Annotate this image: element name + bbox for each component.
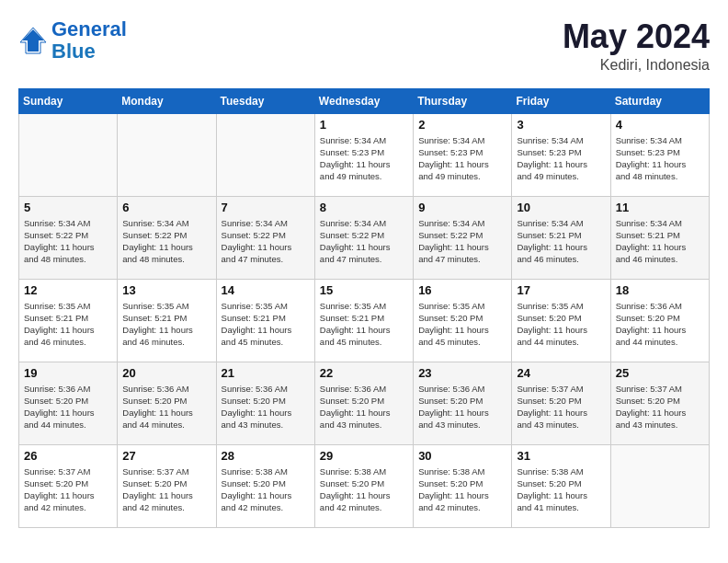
- day-info: Sunrise: 5:34 AM Sunset: 5:23 PM Dayligh…: [320, 134, 408, 183]
- day-number: 13: [122, 283, 210, 297]
- day-number: 14: [222, 283, 310, 297]
- column-header-friday: Friday: [512, 88, 610, 113]
- day-number: 17: [517, 283, 605, 297]
- calendar-table: SundayMondayTuesdayWednesdayThursdayFrid…: [18, 88, 710, 528]
- column-header-thursday: Thursday: [414, 88, 512, 113]
- day-info: Sunrise: 5:37 AM Sunset: 5:20 PM Dayligh…: [122, 465, 210, 514]
- day-number: 27: [122, 449, 210, 463]
- day-number: 7: [222, 201, 310, 214]
- calendar-cell: 14Sunrise: 5:35 AM Sunset: 5:21 PM Dayli…: [216, 279, 314, 362]
- column-header-tuesday: Tuesday: [216, 88, 314, 113]
- day-info: Sunrise: 5:35 AM Sunset: 5:21 PM Dayligh…: [122, 300, 210, 349]
- day-info: Sunrise: 5:34 AM Sunset: 5:21 PM Dayligh…: [517, 217, 605, 266]
- month-title: May 2024: [563, 18, 710, 55]
- calendar-cell: 16Sunrise: 5:35 AM Sunset: 5:20 PM Dayli…: [414, 279, 512, 362]
- calendar-cell: [610, 444, 709, 527]
- calendar-cell: [118, 113, 216, 196]
- calendar-cell: 25Sunrise: 5:37 AM Sunset: 5:20 PM Dayli…: [610, 362, 709, 444]
- week-row-1: 1Sunrise: 5:34 AM Sunset: 5:23 PM Daylig…: [19, 113, 710, 196]
- day-info: Sunrise: 5:34 AM Sunset: 5:23 PM Dayligh…: [517, 134, 605, 183]
- day-info: Sunrise: 5:35 AM Sunset: 5:20 PM Dayligh…: [418, 300, 506, 349]
- calendar-cell: 31Sunrise: 5:38 AM Sunset: 5:20 PM Dayli…: [512, 444, 610, 527]
- calendar-cell: 10Sunrise: 5:34 AM Sunset: 5:21 PM Dayli…: [512, 196, 610, 279]
- week-row-4: 19Sunrise: 5:36 AM Sunset: 5:20 PM Dayli…: [19, 362, 710, 444]
- calendar-cell: 22Sunrise: 5:36 AM Sunset: 5:20 PM Dayli…: [314, 362, 413, 444]
- calendar-cell: 20Sunrise: 5:36 AM Sunset: 5:20 PM Dayli…: [118, 362, 216, 444]
- calendar-cell: 15Sunrise: 5:35 AM Sunset: 5:21 PM Dayli…: [314, 279, 413, 362]
- calendar-cell: 21Sunrise: 5:36 AM Sunset: 5:20 PM Dayli…: [216, 362, 314, 444]
- day-number: 29: [320, 449, 408, 463]
- column-header-sunday: Sunday: [19, 88, 118, 113]
- calendar-cell: 6Sunrise: 5:34 AM Sunset: 5:22 PM Daylig…: [118, 196, 216, 279]
- day-info: Sunrise: 5:35 AM Sunset: 5:20 PM Dayligh…: [517, 300, 605, 349]
- day-number: 10: [517, 201, 605, 214]
- day-info: Sunrise: 5:35 AM Sunset: 5:21 PM Dayligh…: [222, 300, 310, 349]
- day-number: 24: [517, 366, 605, 380]
- calendar-cell: [19, 113, 118, 196]
- calendar-cell: 27Sunrise: 5:37 AM Sunset: 5:20 PM Dayli…: [118, 444, 216, 527]
- calendar-cell: 2Sunrise: 5:34 AM Sunset: 5:23 PM Daylig…: [414, 113, 512, 196]
- day-info: Sunrise: 5:34 AM Sunset: 5:22 PM Dayligh…: [222, 217, 310, 266]
- day-info: Sunrise: 5:34 AM Sunset: 5:23 PM Dayligh…: [418, 134, 506, 183]
- calendar-body: 1Sunrise: 5:34 AM Sunset: 5:23 PM Daylig…: [19, 113, 710, 527]
- title-block: May 2024 Kediri, Indonesia: [563, 18, 710, 74]
- week-row-2: 5Sunrise: 5:34 AM Sunset: 5:22 PM Daylig…: [19, 196, 710, 279]
- day-number: 6: [122, 201, 210, 214]
- column-header-monday: Monday: [118, 88, 216, 113]
- day-info: Sunrise: 5:38 AM Sunset: 5:20 PM Dayligh…: [418, 465, 506, 514]
- day-number: 12: [24, 283, 112, 297]
- calendar-cell: 1Sunrise: 5:34 AM Sunset: 5:23 PM Daylig…: [314, 113, 413, 196]
- day-number: 16: [418, 283, 506, 297]
- day-number: 5: [24, 201, 112, 214]
- calendar-cell: 4Sunrise: 5:34 AM Sunset: 5:23 PM Daylig…: [610, 113, 709, 196]
- day-info: Sunrise: 5:36 AM Sunset: 5:20 PM Dayligh…: [616, 300, 704, 349]
- day-number: 18: [616, 283, 704, 297]
- calendar-cell: 28Sunrise: 5:38 AM Sunset: 5:20 PM Dayli…: [216, 444, 314, 527]
- calendar-cell: 13Sunrise: 5:35 AM Sunset: 5:21 PM Dayli…: [118, 279, 216, 362]
- day-info: Sunrise: 5:37 AM Sunset: 5:20 PM Dayligh…: [517, 383, 605, 431]
- day-info: Sunrise: 5:35 AM Sunset: 5:21 PM Dayligh…: [24, 300, 112, 349]
- day-info: Sunrise: 5:36 AM Sunset: 5:20 PM Dayligh…: [320, 383, 408, 431]
- calendar-cell: 17Sunrise: 5:35 AM Sunset: 5:20 PM Dayli…: [512, 279, 610, 362]
- calendar-cell: 3Sunrise: 5:34 AM Sunset: 5:23 PM Daylig…: [512, 113, 610, 196]
- day-number: 28: [222, 449, 310, 463]
- calendar-cell: 19Sunrise: 5:36 AM Sunset: 5:20 PM Dayli…: [19, 362, 118, 444]
- calendar-cell: 29Sunrise: 5:38 AM Sunset: 5:20 PM Dayli…: [314, 444, 413, 527]
- logo-icon: [18, 26, 48, 55]
- logo: GeneralBlue: [18, 18, 127, 63]
- calendar-cell: 26Sunrise: 5:37 AM Sunset: 5:20 PM Dayli…: [19, 444, 118, 527]
- day-number: 21: [222, 366, 310, 380]
- calendar-cell: 18Sunrise: 5:36 AM Sunset: 5:20 PM Dayli…: [610, 279, 709, 362]
- day-number: 15: [320, 283, 408, 297]
- day-info: Sunrise: 5:34 AM Sunset: 5:22 PM Dayligh…: [122, 217, 210, 266]
- logo-text: GeneralBlue: [51, 18, 127, 63]
- day-number: 19: [24, 366, 112, 380]
- day-info: Sunrise: 5:37 AM Sunset: 5:20 PM Dayligh…: [616, 383, 704, 431]
- calendar-header-row: SundayMondayTuesdayWednesdayThursdayFrid…: [19, 88, 710, 113]
- calendar-cell: 12Sunrise: 5:35 AM Sunset: 5:21 PM Dayli…: [19, 279, 118, 362]
- column-header-wednesday: Wednesday: [314, 88, 413, 113]
- calendar-cell: [216, 113, 314, 196]
- day-info: Sunrise: 5:34 AM Sunset: 5:21 PM Dayligh…: [616, 217, 704, 266]
- day-number: 1: [320, 118, 408, 132]
- day-number: 11: [616, 201, 704, 214]
- day-number: 8: [320, 201, 408, 214]
- day-number: 25: [616, 366, 704, 380]
- day-info: Sunrise: 5:38 AM Sunset: 5:20 PM Dayligh…: [222, 465, 310, 514]
- day-number: 26: [24, 449, 112, 463]
- day-info: Sunrise: 5:38 AM Sunset: 5:20 PM Dayligh…: [320, 465, 408, 514]
- day-number: 30: [418, 449, 506, 463]
- day-info: Sunrise: 5:38 AM Sunset: 5:20 PM Dayligh…: [517, 465, 605, 514]
- day-info: Sunrise: 5:35 AM Sunset: 5:21 PM Dayligh…: [320, 300, 408, 349]
- calendar-cell: 7Sunrise: 5:34 AM Sunset: 5:22 PM Daylig…: [216, 196, 314, 279]
- day-number: 22: [320, 366, 408, 380]
- day-info: Sunrise: 5:36 AM Sunset: 5:20 PM Dayligh…: [122, 383, 210, 431]
- day-info: Sunrise: 5:36 AM Sunset: 5:20 PM Dayligh…: [418, 383, 506, 431]
- day-number: 3: [517, 118, 605, 132]
- calendar-cell: 8Sunrise: 5:34 AM Sunset: 5:22 PM Daylig…: [314, 196, 413, 279]
- day-number: 4: [616, 118, 704, 132]
- day-info: Sunrise: 5:36 AM Sunset: 5:20 PM Dayligh…: [222, 383, 310, 431]
- day-number: 31: [517, 449, 605, 463]
- day-info: Sunrise: 5:34 AM Sunset: 5:22 PM Dayligh…: [320, 217, 408, 266]
- calendar-cell: 11Sunrise: 5:34 AM Sunset: 5:21 PM Dayli…: [610, 196, 709, 279]
